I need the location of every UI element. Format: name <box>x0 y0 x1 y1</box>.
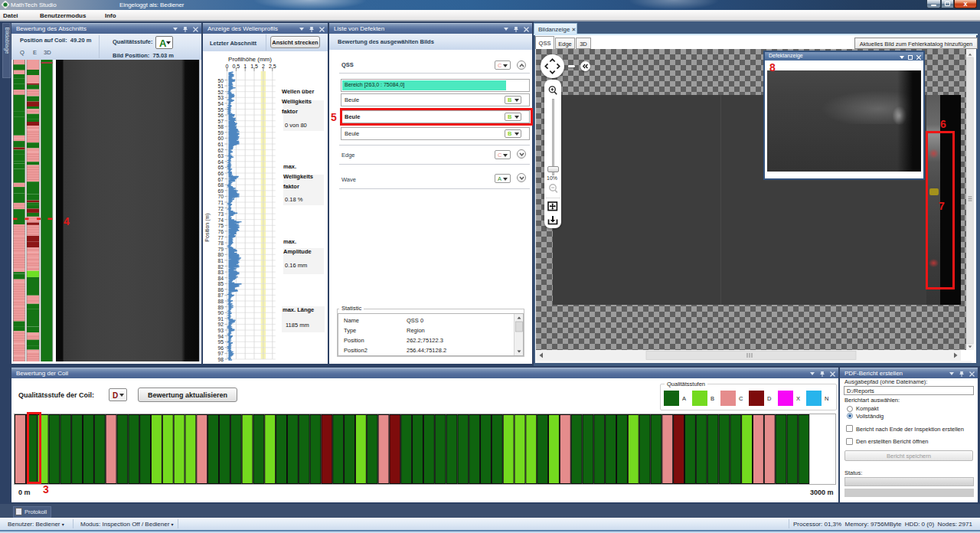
svg-text:57: 57 <box>217 119 224 124</box>
svg-text:94: 94 <box>217 334 224 339</box>
svg-text:77: 77 <box>217 235 224 240</box>
svg-text:98: 98 <box>217 357 224 362</box>
svg-text:65: 65 <box>217 165 224 170</box>
svg-text:80: 80 <box>217 252 224 257</box>
svg-text:64: 64 <box>217 159 224 165</box>
svg-text:59: 59 <box>217 130 224 136</box>
svg-text:84: 84 <box>217 276 224 281</box>
svg-text:53: 53 <box>217 95 224 100</box>
svg-text:71: 71 <box>217 200 224 205</box>
svg-text:Welligkeits: Welligkeits <box>282 98 312 105</box>
svg-text:83: 83 <box>217 270 224 275</box>
svg-text:67: 67 <box>217 177 224 182</box>
svg-text:95: 95 <box>217 339 224 345</box>
svg-text:97: 97 <box>217 351 224 356</box>
svg-text:87: 87 <box>217 293 224 298</box>
svg-text:62: 62 <box>217 148 224 153</box>
svg-text:faktor: faktor <box>282 108 298 115</box>
svg-text:85: 85 <box>217 281 224 286</box>
svg-text:74: 74 <box>217 217 224 223</box>
svg-text:max.: max. <box>283 238 296 245</box>
svg-text:Profilhöhe (mm): Profilhöhe (mm) <box>228 56 272 63</box>
svg-text:faktor: faktor <box>283 183 299 190</box>
svg-text:72: 72 <box>217 206 224 211</box>
svg-text:81: 81 <box>217 258 224 263</box>
svg-text:86: 86 <box>217 287 224 293</box>
svg-text:90: 90 <box>217 310 224 316</box>
svg-text:51: 51 <box>217 83 224 89</box>
svg-text:56: 56 <box>217 113 224 118</box>
svg-text:max. Länge: max. Länge <box>283 306 314 313</box>
svg-text:58: 58 <box>217 124 224 129</box>
svg-text:66: 66 <box>217 171 224 176</box>
svg-text:93: 93 <box>217 328 224 333</box>
svg-text:0 von 80: 0 von 80 <box>285 122 307 129</box>
svg-text:78: 78 <box>217 240 224 246</box>
svg-text:Welligkeits: Welligkeits <box>283 173 313 180</box>
svg-text:max.: max. <box>283 163 296 170</box>
svg-text:54: 54 <box>217 101 224 106</box>
svg-text:2: 2 <box>262 64 265 69</box>
svg-text:88: 88 <box>217 299 224 304</box>
svg-text:0.18 %: 0.18 % <box>285 196 303 203</box>
svg-text:91: 91 <box>217 316 224 322</box>
svg-text:0.16 mm: 0.16 mm <box>285 262 307 269</box>
svg-text:1185 mm: 1185 mm <box>286 322 309 329</box>
svg-text:Position (m): Position (m) <box>204 213 211 241</box>
svg-text:76: 76 <box>217 229 224 234</box>
svg-text:73: 73 <box>217 211 224 217</box>
svg-text:55: 55 <box>217 107 224 113</box>
svg-text:2,5: 2,5 <box>269 64 276 69</box>
svg-text:92: 92 <box>217 322 224 327</box>
svg-text:1,5: 1,5 <box>250 64 258 69</box>
svg-text:79: 79 <box>217 247 224 252</box>
svg-text:75: 75 <box>217 223 224 228</box>
svg-text:70: 70 <box>217 194 224 199</box>
svg-text:50: 50 <box>217 78 224 83</box>
svg-text:1: 1 <box>243 64 247 69</box>
svg-text:61: 61 <box>217 142 224 147</box>
svg-text:69: 69 <box>217 188 224 194</box>
svg-text:0,5: 0,5 <box>233 64 240 69</box>
svg-text:Amplitude: Amplitude <box>283 248 312 255</box>
svg-text:0: 0 <box>226 64 229 69</box>
svg-text:82: 82 <box>217 264 224 270</box>
svg-text:89: 89 <box>217 305 224 310</box>
svg-text:60: 60 <box>217 136 224 141</box>
svg-text:52: 52 <box>217 90 224 95</box>
svg-text:96: 96 <box>217 345 224 351</box>
svg-text:63: 63 <box>217 153 224 159</box>
svg-text:68: 68 <box>217 182 224 188</box>
svg-text:Wellen über: Wellen über <box>282 88 314 95</box>
